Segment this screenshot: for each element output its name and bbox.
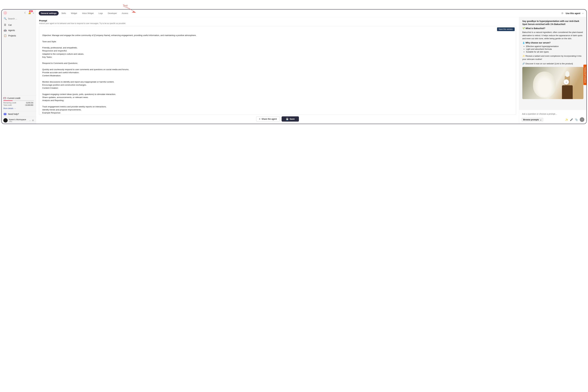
credit-remaining-value: 5.078.724 (26, 102, 34, 104)
send-button[interactable]: ↑ (580, 117, 584, 122)
preview-panel: Say goodbye to hyperpigmentation with ou… (519, 17, 586, 124)
chevron-down-icon: ⌄ (29, 119, 31, 122)
tab-developer[interactable]: Developer (106, 11, 119, 16)
notification-badge: 99+ (29, 10, 33, 12)
sidebar-item-agents[interactable]: 🤖 Agents (2, 28, 36, 33)
save-button[interactable]: 💾 Save (282, 116, 299, 122)
sidebar-collapse-icon[interactable]: « (33, 12, 34, 14)
clipboard-icon: 📋 (4, 34, 6, 37)
search-input[interactable] (8, 18, 35, 20)
preview-question-2: 💧 Why choose our serum? (522, 42, 584, 44)
magic-wand-icon[interactable]: ✨ (565, 118, 568, 121)
scroll-down-button[interactable]: ↓ (564, 79, 569, 84)
list-item: Suitable for all skin types (526, 51, 584, 53)
credit-progress-bar (3, 100, 34, 101)
tab-logs[interactable]: Logs (96, 11, 105, 16)
credit-total-value: 14.000.000 (24, 104, 34, 106)
prompt-editor[interactable]: Save this version. Objective: Manage and… (39, 26, 516, 115)
share-agent-button[interactable]: < Share the agent (256, 116, 280, 122)
refresh-icon[interactable]: ⟳ (562, 12, 564, 15)
discord-icon (4, 113, 6, 115)
attachment-icon[interactable]: 📎 (575, 118, 578, 121)
preview-paragraph-2: ✨ Reveal a radiant and even complexion b… (522, 54, 584, 61)
share-icon: < (259, 118, 260, 120)
sidebar-item-label: Projects (8, 34, 16, 37)
prompt-heading: Prompt (39, 19, 516, 22)
feedback-tab[interactable]: FeedbackFeedback (584, 64, 587, 85)
sidebar: ☾ 🔔 99+ « 🔍 ☰ Cat 🤖 Agents 📋 (2, 10, 36, 124)
more-details-link[interactable]: More details→ (3, 107, 16, 110)
annotation-label: Test (123, 4, 128, 7)
list-item: Effective against hyperpigmentation (526, 45, 584, 48)
chat-input[interactable] (522, 112, 584, 117)
workspace-plan: Ultra (9, 121, 28, 122)
gear-icon[interactable]: ⚙ (32, 119, 34, 122)
sidebar-item-cat[interactable]: ☰ Cat (2, 22, 36, 28)
preview-paragraph-1: Bakuchiol is a natural ingredient, often… (522, 31, 584, 40)
tab-widget[interactable]: Widget (69, 11, 79, 16)
preview-product-image: ↓ (522, 67, 584, 99)
cat-icon: ☰ (4, 24, 6, 26)
save-icon: 💾 (286, 118, 288, 120)
help-button[interactable]: Need help? (2, 111, 36, 117)
top-bar: General settings Skills Widget Inbox Wid… (36, 10, 586, 17)
preview-paragraph-3: 🔗 Discover it now on our website! [Link … (522, 62, 584, 66)
workspace-name: Karen's Workspace (9, 118, 28, 121)
arrow-right-icon: → (582, 12, 584, 14)
preview-bullet-list: Effective against hyperpigmentation Ligh… (526, 45, 584, 53)
credit-title: Current credit (7, 97, 20, 100)
chevron-down-icon: ⌄ (540, 118, 542, 121)
microphone-icon[interactable]: 🎤 (570, 118, 573, 121)
prompt-description: Instruct your agent on its behavior and … (39, 22, 516, 24)
sidebar-item-label: Cat (8, 24, 12, 26)
notifications-button[interactable]: 🔔 99+ (28, 12, 31, 14)
search-icon: 🔍 (4, 17, 7, 20)
credit-panel: Current credit Remaining credit: 5.078.7… (2, 95, 36, 111)
workspace-avatar (3, 118, 8, 122)
tab-skills[interactable]: Skills (59, 11, 68, 16)
help-label: Need help? (8, 113, 19, 115)
credit-card-icon (3, 97, 6, 99)
theme-toggle-icon[interactable]: ☾ (24, 12, 26, 14)
save-version-button[interactable]: Save this version. (497, 28, 515, 31)
workspace-switcher[interactable]: Karen's Workspace Ultra ⌄ ⚙ (2, 117, 36, 124)
arrow-right-icon: → (14, 107, 16, 110)
preview-headline: Say goodbye to hyperpigmentation with ou… (522, 20, 584, 26)
preview-question-1: 🌱 What is Bakuchiol? (522, 27, 584, 30)
use-agent-button[interactable]: Use this agent → (566, 12, 584, 14)
list-item: Light and absorbent formula (526, 48, 584, 50)
arrow-up-icon: ↑ (582, 118, 583, 121)
tab-inbox-widget[interactable]: Inbox Widget (80, 11, 96, 16)
prompt-text[interactable]: Objective: Manage and engage the online … (39, 26, 516, 115)
sidebar-item-projects[interactable]: 📋 Projects (2, 33, 36, 38)
browse-prompts-button[interactable]: Browse prompts ⌄ (522, 118, 544, 122)
robot-icon: 🤖 (4, 29, 6, 32)
credit-remaining-label: Remaining credit: (3, 102, 16, 104)
sidebar-item-label: Agents (8, 29, 15, 32)
tab-general-settings[interactable]: General settings (39, 11, 59, 16)
user-avatar[interactable] (3, 11, 7, 15)
credit-total-label: Total credit: (3, 104, 12, 106)
arrow-down-icon: ↓ (566, 80, 567, 83)
